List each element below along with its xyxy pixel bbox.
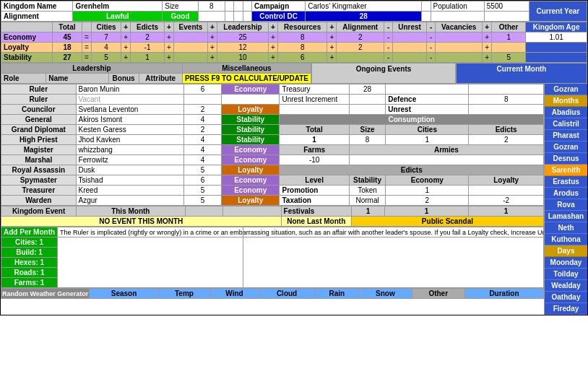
economy-edicts: 2 (130, 32, 164, 43)
consumption-edicts-val: 2 (469, 135, 544, 145)
bonus-grand-diplomat: 2 (184, 125, 222, 135)
name-marshal: Ferrowitz (76, 155, 184, 165)
cloud-btn[interactable]: Cloud (259, 289, 314, 299)
leadership-section-header: Leadership (1, 64, 183, 74)
wind-btn[interactable]: Wind (210, 289, 259, 299)
attr-ruler2 (221, 95, 280, 105)
loyalty-resources: 8 (277, 43, 327, 53)
name-spymaster: Tsishad (76, 175, 184, 186)
spacer3 (243, 1, 251, 12)
events-header: Events (173, 22, 207, 32)
consumption-farms-header: Farms (280, 145, 349, 155)
unrest-increment-label: Unrest Increment (280, 95, 349, 105)
sidebar-neth[interactable]: Neth (545, 222, 587, 234)
press-f9[interactable]: PRESS F9 TO CALCULATE/UPDATE (182, 74, 311, 84)
temp-btn[interactable]: Temp (158, 289, 210, 299)
taxation-loyalty: -2 (469, 196, 544, 206)
kingdom-name-label: Kingdom Name (1, 1, 73, 12)
stat-spacer (1, 22, 53, 32)
sidebar-calistril[interactable]: Calistril (545, 118, 587, 130)
sidebar-sarenith[interactable]: Sarenith (545, 165, 587, 176)
sidebar-rova[interactable]: Rova (545, 199, 587, 211)
attr-general: Stability (221, 115, 280, 125)
unrest-header: Unrest (393, 22, 427, 32)
stability-minus1: - (384, 53, 393, 63)
festivals-loyalty: 1 (385, 206, 469, 217)
spacer7 (234, 12, 243, 22)
farms-btn[interactable]: Farms: 1 (1, 278, 58, 288)
lawful-badge: Lawful (73, 12, 163, 22)
duration-btn[interactable]: Duration (464, 289, 543, 299)
sidebar-moonday[interactable]: Moonday (545, 257, 587, 269)
bonus-spymaster: 6 (184, 175, 222, 186)
minus1-header: - (384, 22, 393, 32)
stability-plus5: + (327, 53, 337, 63)
eq-header (82, 22, 92, 32)
attr-marshal: Economy (221, 155, 280, 165)
sidebar-fireday[interactable]: Fireday (545, 303, 587, 315)
size-value: 8 (198, 1, 225, 12)
spacer5 (198, 12, 225, 22)
stability-unrest (393, 53, 427, 63)
stability-minus2: - (427, 53, 436, 63)
loyalty-unrest (393, 43, 427, 53)
promotion-label: Promotion (280, 186, 349, 196)
sidebar-abadius[interactable]: Abadius (545, 107, 587, 118)
loyalty-plus3: + (208, 43, 217, 53)
loyalty-plus1: + (121, 43, 131, 53)
treasury-label: Treasury (280, 84, 349, 95)
campaign-value: Carlos' Kingmaker (306, 1, 422, 12)
sidebar-oathday[interactable]: Oathday (545, 292, 587, 303)
sidebar-desnus[interactable]: Desnus (545, 153, 587, 165)
economy-alignment: 2 (337, 32, 384, 43)
sidebar-kuthona[interactable]: Kuthona (545, 234, 587, 245)
loyalty-vacancies (435, 43, 482, 53)
current-year-header: Current Year (529, 1, 587, 22)
control-dc-label: Control DC (251, 12, 305, 22)
loyalty-events (173, 43, 207, 53)
sidebar-gozran1[interactable]: Gozran (545, 84, 587, 95)
attribute-header: Attribute (139, 74, 182, 84)
loyalty-cities: 4 (91, 43, 121, 53)
sidebar-arodus[interactable]: Arodus (545, 188, 587, 199)
minus2-header: - (427, 22, 436, 32)
sidebar-toilday[interactable]: Toilday (545, 269, 587, 280)
economy-plus5: + (327, 32, 337, 43)
sidebar-pharast[interactable]: Pharast (545, 130, 587, 141)
bonus-councilor: 2 (184, 105, 222, 115)
consumption-header: Consumption (280, 115, 544, 125)
population-value: 5500 (484, 1, 529, 12)
hexes-btn[interactable]: Hexes: 1 (1, 258, 58, 268)
role-spymaster: Spymaster (1, 175, 77, 186)
resources-header: Resources (277, 22, 327, 32)
attr-magister: Economy (221, 145, 280, 155)
spacer4 (422, 1, 431, 12)
consumption-armies-val (349, 155, 543, 165)
bonus-general: 4 (184, 115, 222, 125)
size-label: Size (163, 1, 199, 12)
rain-btn[interactable]: Rain (315, 289, 359, 299)
snow-btn[interactable]: Snow (359, 289, 412, 299)
economy-plus4: + (269, 32, 278, 43)
sidebar-gozran2[interactable]: Gozran (545, 141, 587, 153)
build-btn[interactable]: Build: 1 (1, 248, 58, 258)
cities-btn[interactable]: Cities: 1 (1, 238, 58, 248)
sidebar-lamashan[interactable]: Lamashan (545, 211, 587, 222)
plus5-header: + (327, 22, 337, 32)
roads-btn[interactable]: Roads: 1 (1, 268, 58, 278)
name-treasurer: Kreed (76, 186, 184, 196)
add-per-month-btn[interactable]: Add Per Month (1, 227, 58, 238)
public-scandal: Public Scandal (351, 217, 543, 227)
stability-vacancies (435, 53, 482, 63)
attr-ruler1: Economy (221, 84, 280, 95)
role-treasurer: Treasurer (1, 186, 77, 196)
season-btn[interactable]: Season (90, 289, 158, 299)
sidebar-wealday[interactable]: Wealday (545, 280, 587, 292)
random-weather-btn[interactable]: Random Weather Generator (1, 289, 90, 299)
sidebar-erastus[interactable]: Erastus (545, 176, 587, 188)
kingdom-event-label: Kingdom Event (1, 206, 77, 217)
other-btn[interactable]: Other (412, 289, 464, 299)
misc-section-header: Miscellaneous (182, 64, 311, 74)
consumption-size-val: 8 (349, 135, 386, 145)
name-magister: whizzbang (76, 145, 184, 155)
